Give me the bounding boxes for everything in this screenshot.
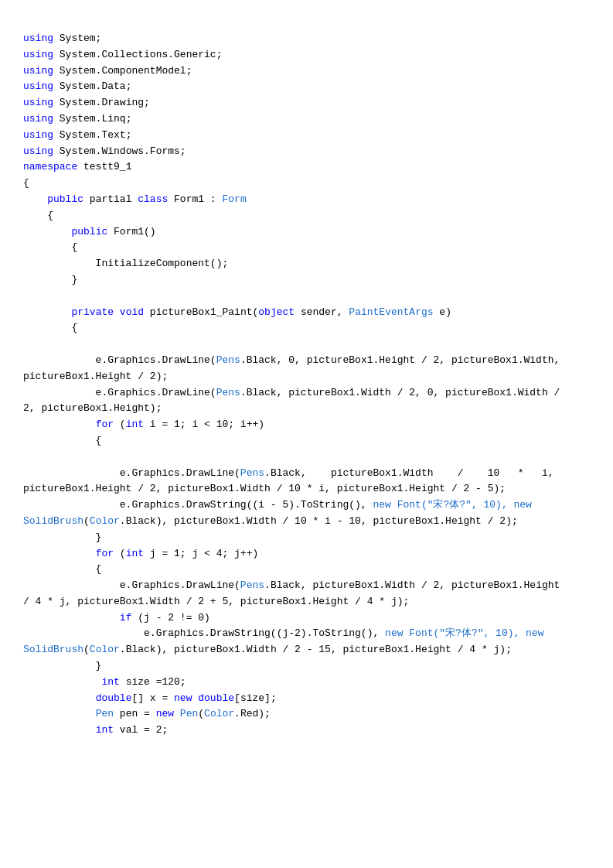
code-line: InitializeComponent(); (23, 256, 590, 272)
code-line: e.Graphics.DrawString((i - 5).ToString()… (23, 497, 590, 514)
code-line: using System.Windows.Forms; (23, 144, 590, 160)
code-line: } (23, 530, 590, 546)
code-line: SolidBrush(Color.Black), pictureBox1.Wid… (23, 514, 590, 530)
code-line: 2, pictureBox1.Height); (23, 401, 590, 417)
code-line: } (23, 658, 590, 675)
code-line: int val = 2; (23, 723, 590, 739)
code-line: { (23, 320, 590, 337)
code-line: / 4 * j, pictureBox1.Width / 2 + 5, pict… (23, 594, 590, 610)
code-line: public partial class Form1 : Form (23, 192, 590, 208)
code-line: { (23, 208, 590, 224)
code-line: { (23, 240, 590, 256)
code-editor: using System;using System.Collections.Ge… (23, 31, 590, 739)
code-line: private void pictureBox1_Paint(object se… (23, 305, 590, 321)
code-line: for (int j = 1; j < 4; j++) (23, 546, 590, 562)
code-line: e.Graphics.DrawLine(Pens.Black, 0, pictu… (23, 353, 590, 369)
code-line (23, 449, 590, 466)
code-line: { (23, 433, 590, 449)
code-line (23, 289, 590, 305)
code-line: pictureBox1.Height / 2, pictureBox1.Widt… (23, 481, 590, 497)
code-line: } (23, 272, 590, 289)
code-line: e.Graphics.DrawString((j-2).ToString(), … (23, 626, 590, 642)
code-line: e.Graphics.DrawLine(Pens.Black, pictureB… (23, 385, 590, 402)
code-line: pictureBox1.Height / 2); (23, 369, 590, 385)
code-line: using System.Text; (23, 128, 590, 144)
code-line: e.Graphics.DrawLine(Pens.Black, pictureB… (23, 466, 590, 482)
code-line: { (23, 176, 590, 192)
code-line: using System; (23, 31, 590, 47)
code-line (23, 337, 590, 353)
code-line: double[] x = new double[size]; (23, 691, 590, 707)
code-line: Pen pen = new Pen(Color.Red); (23, 706, 590, 723)
code-line: using System.Collections.Generic; (23, 47, 590, 63)
code-line: using System.Linq; (23, 111, 590, 128)
code-line: SolidBrush(Color.Black), pictureBox1.Wid… (23, 642, 590, 658)
code-line: e.Graphics.DrawLine(Pens.Black, pictureB… (23, 578, 590, 594)
code-line: for (int i = 1; i < 10; i++) (23, 417, 590, 433)
code-line: if (j - 2 != 0) (23, 610, 590, 627)
code-line: using System.Drawing; (23, 95, 590, 111)
code-line: using System.Data; (23, 79, 590, 95)
code-line: { (23, 562, 590, 578)
code-line: using System.ComponentModel; (23, 63, 590, 80)
code-line: namespace testt9_1 (23, 159, 590, 176)
code-line: int size =120; (23, 675, 590, 691)
code-line: public Form1() (23, 224, 590, 241)
